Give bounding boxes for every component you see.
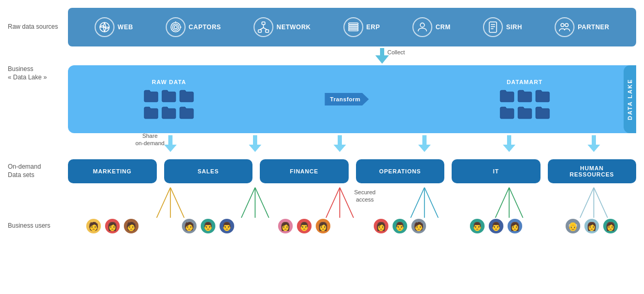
- avatar: 👨: [200, 218, 216, 234]
- svg-line-35: [424, 187, 438, 218]
- share-arrows-container: Shareon-demand: [128, 133, 636, 159]
- dataset-operations: OPERATIONS: [356, 159, 445, 183]
- svg-rect-7: [262, 22, 265, 25]
- network-icon: [254, 17, 273, 37]
- avatar: 👩: [277, 218, 294, 234]
- avatar: 👩: [507, 218, 523, 234]
- avatar: 👩: [373, 218, 389, 234]
- dataset-sales: SALES: [164, 159, 253, 183]
- partner-label: PARTNER: [578, 23, 610, 31]
- avatar: 🧑: [85, 218, 102, 234]
- arrow-hr: [551, 133, 636, 159]
- share-on-demand-label: Shareon-demand: [135, 132, 165, 147]
- dataset-it: IT: [452, 159, 540, 183]
- sources-bar: WEB CAPTORS: [68, 8, 636, 46]
- avatar: 👩: [602, 218, 619, 234]
- raw-data-folders: [143, 88, 194, 120]
- source-sirh: SIRH: [483, 17, 522, 37]
- secured-access-label: Secured access: [348, 189, 382, 204]
- arrow-it: [467, 133, 551, 159]
- raw-sources-label: Raw data sources: [8, 23, 68, 31]
- partner-icon: [555, 17, 574, 37]
- it-users: 👨 👨 👩: [452, 218, 540, 234]
- crm-icon: [412, 17, 432, 37]
- sirh-label: SIRH: [506, 23, 522, 31]
- web-icon: [95, 17, 114, 37]
- folder-icon: [161, 88, 177, 103]
- avatar: 👨: [469, 218, 486, 234]
- svg-rect-14: [349, 25, 358, 27]
- svg-line-33: [411, 187, 424, 218]
- avatar: 👩: [583, 218, 600, 234]
- finance-users: 👩 👨 👩: [260, 218, 349, 234]
- svg-rect-15: [349, 27, 358, 29]
- raw-data-label: RAW DATA: [152, 79, 187, 85]
- dataset-marketing: MARKETING: [68, 159, 157, 183]
- folder-icon: [179, 105, 194, 120]
- hr-lines: [551, 186, 636, 218]
- svg-line-27: [242, 187, 255, 218]
- datasets-label: On-demandData sets: [8, 163, 68, 179]
- marketing-lines: [128, 186, 213, 218]
- avatar: 🧑: [123, 218, 140, 234]
- diagram-container: Raw data sources WEB: [0, 0, 644, 294]
- it-lines: [467, 186, 551, 218]
- dataset-finance: FINANCE: [260, 159, 349, 183]
- avatar: 🧑: [181, 218, 198, 234]
- lines-row: Secured access: [68, 186, 636, 218]
- source-network: NETWORK: [254, 17, 311, 37]
- folder-icon: [517, 88, 533, 103]
- folder-icon: [517, 105, 533, 120]
- collect-arrow-container: Collect: [128, 48, 636, 64]
- svg-line-12: [263, 28, 267, 30]
- datasets-container: MARKETING SALES FINANCE OPERATIONS IT HU…: [68, 159, 636, 183]
- crm-label: CRM: [435, 23, 451, 31]
- svg-line-36: [496, 187, 509, 218]
- datalake-box: RAW DATA Transform DATAMART: [68, 65, 636, 133]
- svg-point-22: [561, 23, 564, 27]
- arrow-sales: [213, 133, 297, 159]
- captors-icon: [166, 17, 186, 37]
- svg-rect-13: [349, 23, 358, 25]
- svg-point-3: [172, 24, 179, 30]
- datalake-inner: RAW DATA Transform DATAMART: [78, 79, 626, 120]
- svg-rect-9: [266, 30, 269, 32]
- svg-line-26: [170, 187, 184, 218]
- users-row: Business users 🧑 👩 🧑 🧑 👨 👨 👩 👨 👩: [8, 218, 636, 234]
- svg-line-29: [255, 187, 269, 218]
- datalake-label: Business« Data Lake »: [8, 65, 68, 133]
- source-crm: CRM: [412, 17, 451, 37]
- svg-rect-16: [349, 29, 358, 31]
- users-container: 🧑 👩 🧑 🧑 👨 👨 👩 👨 👩 👩 👨 🧑: [68, 218, 636, 234]
- marketing-users: 🧑 👩 🧑: [68, 218, 157, 234]
- sirh-icon: [483, 17, 503, 37]
- erp-icon: [343, 17, 363, 37]
- raw-sources-row: Raw data sources WEB: [8, 8, 636, 46]
- web-label: WEB: [118, 23, 133, 31]
- erp-label: ERP: [366, 23, 380, 31]
- svg-rect-8: [258, 30, 261, 32]
- avatar: 👩: [315, 218, 331, 234]
- network-label: NETWORK: [277, 23, 311, 31]
- svg-line-24: [157, 187, 170, 218]
- hr-users: 👴 👩 👩: [548, 218, 637, 234]
- svg-line-11: [260, 28, 263, 30]
- folder-icon: [179, 88, 194, 103]
- sales-lines: [213, 186, 297, 218]
- arrow-finance: Shareon-demand: [297, 133, 382, 159]
- folder-icon: [161, 105, 177, 120]
- source-web: WEB: [95, 17, 133, 37]
- avatar: 👨: [296, 218, 313, 234]
- avatar: 👨: [488, 218, 504, 234]
- avatar: 👨: [218, 218, 235, 234]
- source-partner: PARTNER: [555, 17, 610, 37]
- users-label: Business users: [8, 222, 68, 230]
- source-captors: CAPTORS: [166, 17, 221, 37]
- avatar: 👨: [392, 218, 408, 234]
- datamart-label: DATAMART: [507, 79, 543, 85]
- avatar: 👩: [104, 218, 121, 234]
- folder-icon: [143, 105, 159, 120]
- dataset-hr: HUMANRESSOURCES: [548, 159, 637, 183]
- collect-label: Collect: [387, 49, 405, 55]
- operations-lines: [382, 186, 467, 218]
